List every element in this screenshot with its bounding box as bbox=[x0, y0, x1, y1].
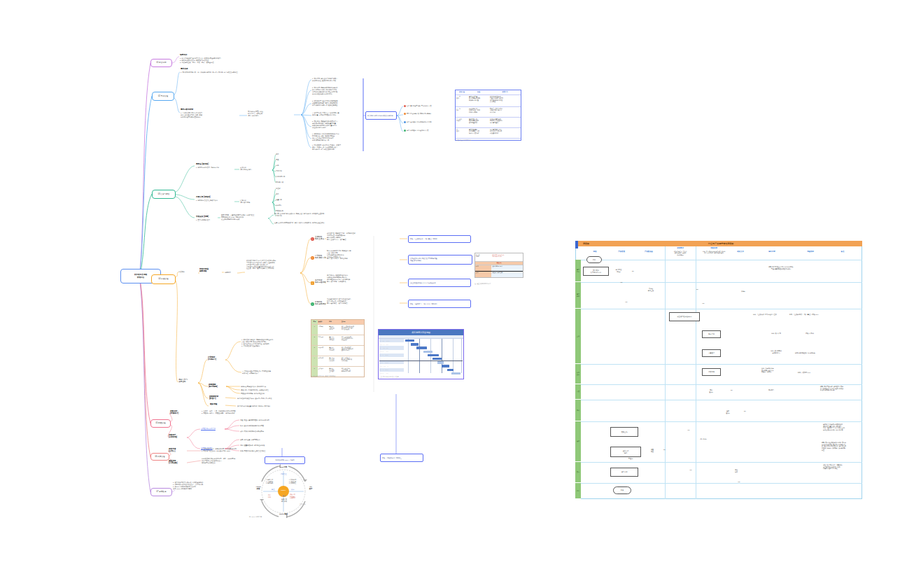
pdca-title-box: 持续改进循环 (PDCA) 示意图 bbox=[265, 456, 305, 464]
b4-bottom-label: 项目计划与 进度控制 bbox=[178, 379, 198, 383]
b2-paragraph-2: 1. 产品经理输出需求文档并组织 评审, 评审通过后进入排期; 未通 过的需求退… bbox=[181, 112, 239, 118]
lane-label: 计划 设计 bbox=[575, 364, 581, 384]
pdca-caption: 图: PDCA循环示意 bbox=[249, 516, 288, 518]
b6-c1-heading: 变更申请 (任何人) bbox=[169, 448, 187, 452]
branch-node-7[interactable]: 07 总结改进 bbox=[150, 488, 172, 496]
pdca-axis-right: 执行 bbox=[291, 489, 294, 491]
green-dot-icon bbox=[404, 130, 406, 132]
b4-item-4-paragraph: 完成验收与交付, 项目资料整理归档; 组织复盘会议, 总结经验教训; 输出: 验… bbox=[327, 298, 400, 304]
yes-label: Yes bbox=[738, 481, 740, 483]
no-label: No bbox=[632, 270, 634, 272]
lane-label: 验收 bbox=[575, 421, 581, 462]
flow-annotation: 相关: 开发规范V1.2 bbox=[798, 372, 829, 374]
branch-node-5[interactable]: 05 风险管理 bbox=[150, 419, 171, 428]
b4-h2-leaf: 偏差分析: 计划与实际对比, 超期任务标红 bbox=[241, 389, 305, 391]
b6-c2-heading: 变更评审 (CCB决策) bbox=[169, 460, 187, 464]
pdca-inner-bottom: 检查 bbox=[281, 495, 288, 497]
b3-c1-mid: 会议内容 (输出周例会纪要) bbox=[240, 167, 272, 171]
no-label: No bbox=[663, 449, 666, 451]
b5-leaf: 接受: 记录在案, 定期回顾状态 bbox=[240, 439, 307, 441]
b3-leaf: 成本投入 bbox=[276, 204, 282, 206]
develop-node[interactable]: 开发实现 bbox=[702, 368, 721, 376]
b3-leaf: 需协助事项 bbox=[276, 181, 283, 183]
b4-item-1-paragraph: 成立项目组, 明确项目目标、范围与里程碑; 完成可行性分析与风险初评; 确定资源… bbox=[327, 232, 400, 240]
yes-label: Yes bbox=[620, 281, 622, 284]
release-baseline-node[interactable]: 发布基线 bbox=[610, 427, 638, 437]
branch-node-6[interactable]: 06 变更管理 bbox=[150, 453, 169, 461]
pdca-do-label: Do 执行 bbox=[306, 486, 316, 490]
start-node[interactable]: 开始 bbox=[586, 256, 602, 263]
b5-leaf: 减轻: 增加资源或预留缓冲降低影响 bbox=[240, 430, 307, 433]
flow-annotation: 输出: 设计说明书 (含接口定义) bbox=[763, 350, 789, 354]
b2-point-5: 5. 测试标准: 明确验收标准与测试要点, 便于测试用例设计, 确保质量可衡量;… bbox=[312, 120, 363, 128]
flow-annotation: 验收要点: 按验收标准逐项核对; 资料齐套: 需求/设计/测试报告; 签署《验收… bbox=[823, 424, 862, 431]
flow-col-header: 备注 bbox=[832, 251, 853, 253]
flow-annotation: 输出: 项目计划 bbox=[764, 332, 788, 335]
b5-c1-heading: 风险识别 (持续进行) bbox=[170, 410, 188, 414]
b5-c1-paragraph: 1. 从进度、技术、人员、外部依赖等维度识别风险; 2. 风险统一记录入《风险登… bbox=[202, 410, 269, 414]
b4-h4-leaf: 按计划完成率与质量指标考核, 结果纳入月度绩效 bbox=[237, 405, 307, 407]
yes-label: Yes bbox=[702, 302, 704, 304]
summary-node[interactable]: 项目总结 bbox=[610, 468, 638, 477]
no-label: No bbox=[696, 288, 698, 290]
b5-c2-heading: 风险应对 (分级管理) bbox=[169, 434, 187, 438]
b3-leaf: 里程碑 bbox=[276, 188, 281, 190]
b3-leaf: 资源协调情况 bbox=[276, 176, 285, 178]
b2-bullet-4: 绿灯: 评审通过, 冻结基线进入开发 bbox=[404, 130, 447, 132]
b3-c3-paragraph: 遇重大风险、方案调整或紧急问题时, 由项目经理 发起专项会议, 相关人员必须参加… bbox=[221, 214, 269, 220]
b2-point-7: 7. 结论与跟踪: 评审结论分为通过、修改后 通过、不通过三类; 行动项明确责任… bbox=[312, 144, 363, 150]
b2-point-4: 4. 技术可行性: 开发负责人评估实现方案 与工作量, 识别技术风险并给出结论。 bbox=[312, 112, 363, 116]
b4-h2-leaf: 风险任务提前预警, 必要时调整资源 bbox=[241, 393, 305, 395]
branch-node-4[interactable]: 04 过程管理 bbox=[151, 274, 176, 284]
b2-mid-note: 需求评审会需重点关注 的七个要点, 详见右侧 (输出: 评审纪要) bbox=[248, 111, 293, 117]
make-plan-node[interactable]: 制定计划 bbox=[702, 330, 721, 338]
gantt-chart: 项目进度计划甘特图 — · —— ·· ——— —— · — ·· —— — ·… bbox=[378, 329, 464, 379]
flow-annotation: 考核: 按计划完成率、质量指标 与文档齐套率评定项目绩效, 结果纳入团队月度考核 bbox=[823, 464, 861, 470]
b3-leaf: 风险与问题 bbox=[276, 210, 283, 212]
d7-label: 考核 评定 bbox=[726, 469, 747, 472]
flow-col-header: 产品经理 bbox=[612, 251, 631, 253]
pdca-axis-left: 处理 bbox=[272, 489, 274, 491]
pdca-list-left: 1. 制定目标 2. 分析现状 3. 确定措施 bbox=[266, 479, 281, 484]
lane-label: 测试 bbox=[575, 400, 581, 421]
branch-node-1[interactable]: 01 前言说明 bbox=[150, 59, 172, 67]
yes-label: Yes bbox=[689, 469, 691, 471]
design-node[interactable]: 方案设计 bbox=[702, 349, 721, 357]
red-dot-icon bbox=[404, 105, 406, 107]
b2-paragraph-1: 1. 需求来源于市场分析、客户反馈与内部规划, 统一录入需求池, 由产品经理定期… bbox=[181, 71, 293, 74]
flow-col-header: 流程说明 bbox=[700, 247, 728, 249]
b4-item-3-box: 过程数据及时归档, 作为复盘与考核依据 bbox=[408, 279, 471, 287]
form-team-node[interactable]: 成立项目组并任命PM bbox=[669, 312, 700, 321]
submit-request-node[interactable]: 提出需求 填写需求申请单 bbox=[583, 267, 609, 276]
flow-col-header-note: (说明: 本列描述各节点操作要求, 含审批 与记录归档要求, 确保过程可追溯) bbox=[692, 251, 736, 254]
lane-label: 需求 评审 bbox=[575, 282, 581, 309]
flow-col-header: 输出记录 bbox=[761, 251, 782, 253]
d3-label: 归档? bbox=[733, 290, 753, 293]
b3-c3-heading: 专项会议 (按需) bbox=[196, 216, 209, 218]
lane-label: 总结 bbox=[575, 483, 581, 499]
no-label: No bbox=[744, 410, 746, 412]
flow-col-header: 流程 bbox=[585, 251, 605, 253]
d2-label: 委员会 是否立项 bbox=[640, 288, 661, 291]
b3-leaf: 进度 bbox=[276, 153, 279, 155]
orange-dot-icon bbox=[404, 113, 406, 115]
flow-col-header: 评审要求 bbox=[668, 247, 693, 249]
b4-h1-paragraph-1: 1. 按里程碑分解任务, 明确每项任务的起止时间、 责任人与交付物, 形成甘特图… bbox=[241, 339, 311, 346]
flow-annotation: 输出: 《立项决议》经委员会签字生效 bbox=[753, 314, 791, 316]
d6-label: 质量 抽查 bbox=[642, 449, 663, 452]
pdca-list-bottom: 检查结果 评估效果 bbox=[278, 498, 290, 502]
end-node[interactable]: 结束 bbox=[613, 486, 631, 494]
b4-h1-paragraph-2: 4. 计划评审通过后发布基线, 后续调整须走 变更流程, 并同步相关方。 bbox=[242, 370, 311, 374]
lane-label: 需求 提出 bbox=[575, 260, 581, 282]
lane-label: 开发 bbox=[575, 384, 581, 400]
archive-node[interactable]: 整理文档 归档 bbox=[610, 447, 641, 457]
branch-node-3[interactable]: 03 会议与报告 bbox=[152, 190, 176, 199]
pdca-action-label: Action 处理 bbox=[253, 486, 263, 490]
branch-node-2[interactable]: 02 需求管理 bbox=[152, 92, 174, 101]
grayline-label: (线下流转) bbox=[700, 438, 707, 440]
b4-item-2-box: 计划基线化后纳入变更管理, 不得随意调整; 调整须经评审确认 bbox=[408, 255, 472, 265]
b4-item-1-box: 模板: 《立项申请书》《项目章程》见附件一 bbox=[408, 235, 471, 243]
b5-leaf: 规避: 调整方案消除风险源, 必要时变更范围 bbox=[240, 419, 307, 421]
stage-3-icon: 3 bbox=[311, 281, 314, 285]
lane-label: 发布 bbox=[575, 462, 581, 483]
